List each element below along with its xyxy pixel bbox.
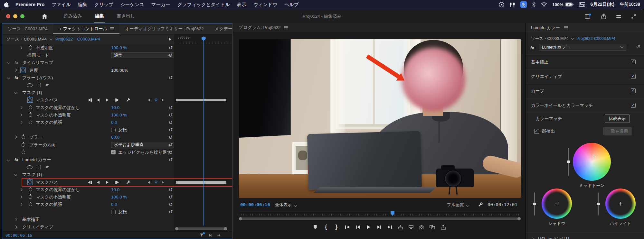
- chevron-right-icon[interactable]: [14, 136, 17, 139]
- rect-mask-tool-icon[interactable]: [37, 83, 41, 87]
- reset-icon[interactable]: ↺: [166, 133, 175, 141]
- apply-match-button[interactable]: 一致を適用: [603, 127, 632, 135]
- chevron-right-icon[interactable]: [19, 203, 23, 206]
- program-time-ruler[interactable]: [239, 212, 521, 216]
- reset-icon[interactable]: ↺: [166, 141, 175, 149]
- ellipse-mask-tool-icon[interactable]: [27, 83, 33, 87]
- transport-go-to-in-button[interactable]: [345, 223, 350, 231]
- transport-go-to-out-button[interactable]: [387, 223, 392, 231]
- control-center-icon[interactable]: [579, 2, 585, 7]
- fullscreen-icon[interactable]: [631, 14, 636, 19]
- next-keyframe-nav-icon[interactable]: [162, 99, 164, 101]
- play-around-icon[interactable]: [208, 234, 213, 237]
- chevron-right-icon[interactable]: [19, 46, 23, 50]
- chevron-right-icon[interactable]: [19, 106, 23, 109]
- previous-keyframe-nav-icon[interactable]: [148, 99, 150, 101]
- apple-icon[interactable]: [4, 2, 9, 7]
- reset-icon[interactable]: ↺: [166, 51, 175, 59]
- chevron-right-icon[interactable]: [14, 225, 17, 228]
- panel-tab[interactable]: エフェクトコントロール: [53, 23, 120, 34]
- transport-mark-out-button[interactable]: }: [334, 223, 339, 231]
- stopwatch-icon[interactable]: [29, 113, 32, 117]
- section-enable-checkbox[interactable]: [631, 60, 636, 64]
- checkbox[interactable]: [111, 150, 116, 154]
- ellipse-mask-tool-icon[interactable]: [27, 165, 33, 169]
- section-enable-checkbox[interactable]: [631, 74, 636, 79]
- battery-indicator[interactable]: 100%: [552, 2, 574, 7]
- lumetri-section-クリエイティブ[interactable]: クリエイティブ: [526, 69, 644, 84]
- quick-menu-icon[interactable]: [616, 14, 621, 19]
- previous-keyframe-icon[interactable]: [88, 98, 92, 102]
- transport-export-media-button[interactable]: [440, 223, 446, 231]
- chevron-right-icon[interactable]: [14, 69, 17, 72]
- keyframe-duration-bar[interactable]: [176, 99, 226, 102]
- reset-icon[interactable]: ↺: [166, 156, 175, 163]
- menu-item[interactable]: クリップ: [91, 2, 117, 8]
- stopwatch-icon[interactable]: [29, 188, 32, 191]
- reset-icon[interactable]: ↺: [166, 126, 175, 133]
- reset-icon[interactable]: ↺: [166, 149, 175, 156]
- clip-source-label[interactable]: ソース・C0003.MP4: [531, 36, 569, 41]
- menu-date[interactable]: 6月22日(木): [591, 2, 615, 7]
- chevron-right-icon[interactable]: [19, 188, 23, 191]
- reset-icon[interactable]: ↺: [166, 119, 175, 126]
- menu-item[interactable]: マーカー: [148, 2, 174, 8]
- reset-icon[interactable]: ↺: [166, 201, 175, 208]
- chevron-down-icon[interactable]: [14, 173, 17, 176]
- panel-menu-icon[interactable]: [110, 27, 114, 30]
- highlights-luma-slider[interactable]: [598, 192, 599, 216]
- settings-wrench-icon[interactable]: [478, 202, 483, 207]
- param-value[interactable]: 0.0: [111, 119, 117, 126]
- hsl-secondary-section[interactable]: HSL セカンダリ: [526, 232, 644, 239]
- rect-mask-tool-icon[interactable]: [37, 165, 41, 169]
- param-value[interactable]: 100.00%: [111, 67, 128, 74]
- transport-step-back-button[interactable]: [355, 223, 360, 231]
- section-enable-checkbox[interactable]: [631, 88, 636, 93]
- workspaces-icon[interactable]: [585, 14, 591, 19]
- section-enable-checkbox[interactable]: [631, 103, 636, 108]
- lumetri-section-基本補正[interactable]: 基本補正: [526, 55, 644, 69]
- share-icon[interactable]: [601, 14, 606, 19]
- transport-lift-button[interactable]: [398, 223, 403, 231]
- menu-item[interactable]: ヘルプ: [281, 2, 302, 8]
- clip-name-label[interactable]: Proj0622-C0003.MP4: [577, 36, 615, 41]
- menu-item[interactable]: グラフィックとタイトル: [174, 2, 233, 8]
- wifi-icon[interactable]: [541, 2, 547, 7]
- program-video-frame[interactable]: [239, 39, 521, 198]
- reset-icon[interactable]: ↺: [166, 74, 175, 81]
- menu-time[interactable]: 午前10:39: [620, 2, 640, 7]
- chevron-right-icon[interactable]: [19, 121, 23, 124]
- lumetri-section-カーブ[interactable]: カーブ: [526, 84, 644, 98]
- menu-item[interactable]: ウィンドウ: [250, 2, 281, 8]
- chevron-down-icon[interactable]: [14, 91, 17, 94]
- transport-play-button[interactable]: [366, 223, 371, 231]
- stopwatch-icon[interactable]: [22, 135, 25, 139]
- midtones-color-wheel[interactable]: [573, 143, 611, 181]
- clip-source-label[interactable]: ソース・C0003.MP4: [6, 36, 47, 42]
- stopwatch-icon[interactable]: [20, 68, 26, 73]
- effect-select-dropdown[interactable]: Lumetri カラー: [539, 44, 626, 51]
- chevron-down-icon[interactable]: [7, 61, 10, 64]
- chevron-down-icon[interactable]: [49, 37, 52, 40]
- zoom-level-dropdown[interactable]: 全体表示: [275, 202, 297, 208]
- program-title[interactable]: プログラム: Proj0622: [239, 25, 281, 31]
- transport-add-marker-button[interactable]: [313, 223, 318, 231]
- close-button[interactable]: [6, 14, 10, 18]
- stopwatch-icon[interactable]: [29, 46, 32, 50]
- reset-icon[interactable]: ↺: [166, 111, 175, 119]
- filter-effects-icon[interactable]: [200, 233, 204, 237]
- clip-header-play-icon[interactable]: [169, 38, 171, 41]
- param-value[interactable]: 100.0 %: [111, 44, 127, 51]
- play-mask-icon[interactable]: [106, 98, 109, 102]
- stopwatch-icon[interactable]: [22, 151, 25, 154]
- checkbox[interactable]: [111, 210, 116, 214]
- reset-icon[interactable]: ↺: [166, 104, 175, 111]
- reset-icon[interactable]: ↺: [166, 208, 175, 216]
- chevron-down-icon[interactable]: [7, 76, 10, 79]
- timeline-zoom-scrollbar[interactable]: [176, 227, 226, 230]
- menu-item[interactable]: 編集: [74, 2, 91, 8]
- screen-mirroring-icon[interactable]: [499, 2, 504, 7]
- menu-item[interactable]: 表示: [233, 2, 250, 8]
- chevron-right-icon[interactable]: [19, 196, 23, 199]
- wrench-icon[interactable]: [126, 98, 130, 102]
